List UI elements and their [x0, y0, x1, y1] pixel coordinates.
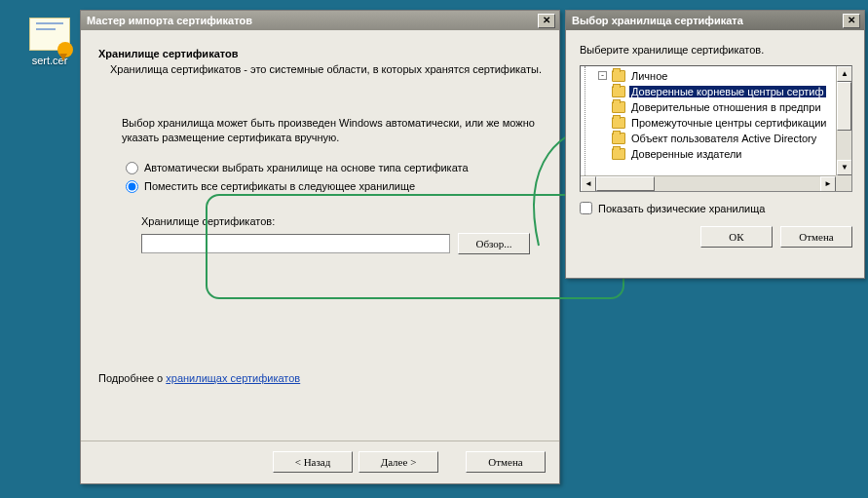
tree-item-label: Промежуточные центры сертификации — [629, 117, 828, 129]
ok-button[interactable]: ОК — [700, 226, 773, 248]
close-icon[interactable]: ✕ — [843, 14, 860, 28]
store-input[interactable] — [141, 234, 450, 253]
radio-place-all-label: Поместить все сертификаты в следующее хр… — [144, 180, 415, 192]
wizard-titlebar[interactable]: Мастер импорта сертификатов ✕ — [81, 11, 559, 30]
wizard-window: Мастер импорта сертификатов ✕ Хранилище … — [80, 10, 560, 484]
store-group: Хранилище сертификатов: Обзор... — [126, 206, 542, 270]
selector-title: Выбор хранилища сертификата — [572, 15, 843, 26]
store-field-label: Хранилище сертификатов: — [141, 215, 530, 227]
scroll-down-icon[interactable]: ▼ — [837, 160, 852, 175]
wizard-intro-text: Выбор хранилища может быть произведен Wi… — [122, 116, 542, 145]
selector-footer: ОК Отмена — [580, 226, 852, 248]
folder-icon — [612, 86, 625, 97]
cancel-button[interactable]: Отмена — [466, 451, 546, 473]
folder-icon — [612, 148, 625, 160]
selector-prompt: Выберите хранилище сертификатов. — [580, 44, 852, 56]
radio-place-all[interactable]: Поместить все сертификаты в следующее хр… — [126, 177, 542, 196]
folder-icon — [612, 117, 625, 129]
scroll-up-icon[interactable]: ▲ — [837, 66, 852, 82]
folder-icon — [612, 133, 625, 144]
selector-cancel-button[interactable]: Отмена — [780, 226, 852, 248]
tree-item[interactable]: Объект пользователя Active Directory — [585, 131, 836, 146]
tree-item[interactable]: -Личное — [585, 68, 836, 84]
close-icon[interactable]: ✕ — [538, 14, 555, 28]
store-selector-window: Выбор хранилища сертификата ✕ Выберите х… — [565, 10, 865, 279]
desktop-file-label: sert.cer — [21, 55, 78, 66]
certificate-icon — [29, 18, 70, 51]
scrollbar-horizontal[interactable]: ◄ ► — [581, 175, 836, 191]
tree-item[interactable]: Доверительные отношения в предпри — [585, 99, 836, 115]
tree-item[interactable]: Промежуточные центры сертификации — [585, 115, 836, 131]
radio-auto-select-label: Автоматически выбрать хранилище на основ… — [144, 162, 469, 173]
wizard-heading: Хранилище сертификатов — [98, 48, 542, 59]
scrollbar-vertical[interactable]: ▲ ▼ — [836, 66, 851, 175]
next-button[interactable]: Далее > — [359, 451, 438, 473]
show-physical-input[interactable] — [580, 202, 592, 214]
selector-titlebar[interactable]: Выбор хранилища сертификата ✕ — [566, 11, 864, 30]
scroll-right-icon[interactable]: ► — [820, 176, 836, 192]
wizard-title: Мастер импорта сертификатов — [87, 15, 538, 26]
tree-item-label: Доверенные корневые центры сертиф — [629, 86, 826, 97]
scroll-corner — [836, 175, 851, 191]
store-tree[interactable]: -ЛичноеДоверенные корневые центры сертиф… — [580, 65, 852, 192]
back-button[interactable]: < Назад — [273, 451, 353, 473]
show-physical-checkbox[interactable]: Показать физические хранилища — [580, 202, 852, 214]
scroll-thumb-vertical[interactable] — [837, 82, 851, 131]
browse-button[interactable]: Обзор... — [458, 233, 530, 254]
radio-place-all-input[interactable] — [126, 180, 138, 193]
folder-icon — [612, 70, 625, 82]
tree-item-label: Доверительные отношения в предпри — [629, 101, 823, 113]
tree-item[interactable]: Доверенные издатели — [585, 146, 836, 162]
more-info: Подробнее о хранилищах сертификатов — [98, 372, 542, 384]
radio-auto-select[interactable]: Автоматически выбрать хранилище на основ… — [126, 159, 542, 177]
scroll-thumb-horizontal[interactable] — [596, 176, 655, 191]
scroll-left-icon[interactable]: ◄ — [581, 176, 596, 192]
tree-expander-icon[interactable]: - — [598, 71, 607, 80]
tree-item-label: Объект пользователя Active Directory — [629, 133, 818, 144]
folder-icon — [612, 101, 625, 113]
tree-item-label: Доверенные издатели — [629, 148, 743, 160]
show-physical-label: Показать физические хранилища — [598, 203, 765, 214]
desktop-file-sert[interactable]: sert.cer — [21, 18, 78, 66]
wizard-footer: < Назад Далее > Отмена — [81, 441, 559, 483]
radio-auto-select-input[interactable] — [126, 162, 138, 174]
tree-item-label: Личное — [629, 70, 669, 82]
wizard-subheading: Хранилища сертификатов - это системные о… — [110, 63, 542, 75]
tree-item[interactable]: Доверенные корневые центры сертиф — [585, 84, 836, 99]
more-info-prefix: Подробнее о — [98, 372, 166, 384]
more-info-link[interactable]: хранилищах сертификатов — [166, 372, 300, 384]
